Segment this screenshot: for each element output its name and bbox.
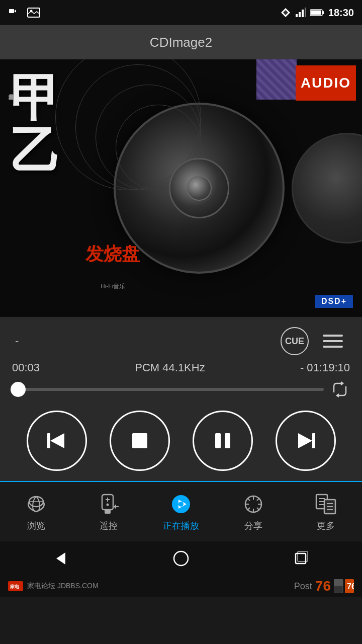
svg-line-37 [257,508,259,510]
album-art: AUDIO 甲 乙 音乐录音的典范 发烧盘 DSD+ Hi-Fi音乐 [0,59,362,317]
dsd-badge: DSD+ [315,295,353,308]
recents-button[interactable] [287,543,317,574]
nav-playing-label: 正在播放 [163,520,199,532]
brand-logo-icon: 家电 [8,581,23,591]
hifi-logo: Hi-Fi音乐 [101,282,125,291]
nav-browse-label: 浏览 [27,520,45,532]
audio-format: PCM 44.1KHz [135,361,205,374]
current-time: 00:03 [12,361,40,374]
remaining-time: - 01:19:10 [300,361,350,374]
post-number: 76 [315,578,331,594]
bottom-nav: 浏览 遥控 正在播放 [0,481,362,541]
post76-logo: 76 [334,579,354,593]
playlist-button[interactable] [319,327,347,355]
time-row: 00:03 PCM 44.1KHz - 01:19:10 [10,359,352,376]
cue-row: - CUE [10,322,352,359]
repeat-icon [331,380,349,398]
svg-line-39 [247,508,250,510]
svg-rect-14 [47,433,50,448]
pause-button[interactable] [193,411,253,471]
cue-button[interactable]: CUE [281,327,309,355]
post-text: Post [294,581,312,592]
svg-rect-23 [102,495,113,510]
playing-icon [168,492,194,517]
brand-right: Post 76 76 [294,578,354,594]
status-icons-left [8,7,40,18]
svg-line-38 [257,498,259,501]
stop-button[interactable] [110,411,170,471]
controls-area: - CUE 00:03 PCM 44.1KHz - 01:19:10 [0,317,362,481]
status-icons-right: 18:30 [280,7,354,19]
nav-share-label: 分享 [244,520,262,532]
prev-icon [43,427,70,454]
svg-rect-10 [322,11,324,14]
more-icon [313,492,338,517]
svg-point-30 [178,502,184,507]
svg-rect-7 [302,10,304,17]
svg-text:家电: 家电 [10,584,20,589]
home-button[interactable] [166,543,196,574]
playback-row [10,406,352,481]
battery-icon [310,9,324,17]
svg-rect-16 [132,433,147,448]
svg-rect-17 [215,433,221,448]
footer-brand: 家电 家电论坛 JDBBS.COM Post 76 76 [0,576,362,597]
svg-marker-15 [50,433,64,448]
progress-thumb[interactable] [11,382,26,397]
svg-rect-0 [9,9,14,13]
nav-more-label: 更多 [317,520,335,532]
repeat-button[interactable] [330,379,350,399]
svg-rect-18 [225,433,230,448]
stop-icon [127,428,152,453]
system-nav [0,541,362,576]
svg-marker-20 [298,433,312,448]
svg-point-49 [174,551,188,566]
next-button[interactable] [276,411,336,471]
wifi-icon [280,7,291,18]
svg-point-27 [107,504,109,506]
track-title: - [15,335,270,348]
signal-icon [295,7,306,18]
prev-button[interactable] [27,411,87,471]
chinese-title: 甲 乙 [10,74,60,175]
next-icon [292,427,319,454]
app-title: CDImage2 [150,35,212,50]
notification-icon [8,7,22,18]
svg-rect-8 [305,8,306,17]
svg-marker-48 [56,552,65,565]
back-icon [51,549,69,568]
remote-icon [96,492,121,517]
brand-left: 家电 家电论坛 JDBBS.COM [8,581,99,591]
recents-icon [293,549,311,568]
svg-rect-6 [299,12,301,17]
status-bar: 18:30 [0,0,362,25]
nav-playing[interactable]: 正在播放 [145,482,217,541]
image-icon [27,7,40,18]
svg-text:76: 76 [347,582,354,591]
time-display: 18:30 [328,7,354,19]
fazao-label: 发烧盘 [85,242,140,267]
browse-icon [24,492,49,517]
svg-rect-55 [334,579,343,586]
svg-rect-19 [312,433,315,448]
home-icon [172,549,190,568]
svg-line-36 [247,498,250,501]
pause-icon [210,428,235,453]
audio-badge: AUDIO [296,65,356,101]
share-icon [241,492,266,517]
progress-track[interactable] [12,388,324,391]
nav-remote-label: 遥控 [100,520,118,532]
svg-rect-24 [105,510,111,514]
nav-more[interactable]: 更多 [290,482,362,541]
svg-rect-5 [296,14,298,17]
back-button[interactable] [45,543,75,574]
svg-rect-11 [311,11,321,15]
nav-remote[interactable]: 遥控 [72,482,145,541]
nav-share[interactable]: 分享 [217,482,290,541]
progress-row [10,376,352,406]
nav-browse[interactable]: 浏览 [0,482,72,541]
brand-logo-text: 家电论坛 JDBBS.COM [27,582,99,591]
title-bar: CDImage2 [0,25,362,59]
playlist-icon [323,335,343,348]
